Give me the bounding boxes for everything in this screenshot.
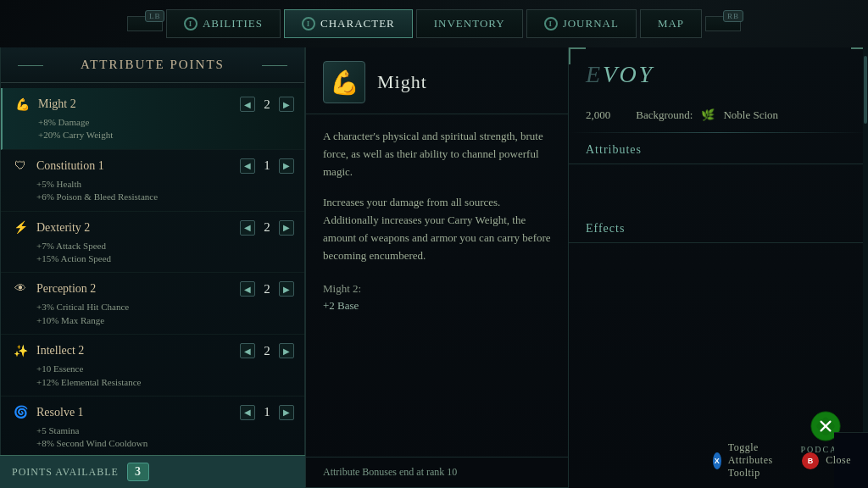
intellect-decrease-btn[interactable]: ◀ — [240, 343, 255, 358]
attribute-might[interactable]: 💪 Might 2 ◀ 2 ▶ +8% Damage +20% Carry We… — [1, 88, 304, 150]
might-bonus-2: +20% Carry Weight — [38, 129, 294, 141]
dexterity-value: 2 — [260, 220, 274, 235]
resolve-name: 🌀 Resolve 1 — [11, 403, 84, 422]
top-navigation: LB i ABILITIES i CHARACTER INVENTORY i J… — [0, 0, 868, 47]
constitution-controls: ◀ 1 ▶ — [240, 158, 294, 174]
gold-display: 2,000 — [586, 108, 610, 122]
tab-map-label: MAP — [658, 17, 684, 30]
might-name-row: 💪 Might 2 ◀ 2 ▶ — [13, 95, 294, 114]
tab-journal[interactable]: i JOURNAL — [526, 9, 637, 38]
rb-indicator: RB — [723, 10, 743, 22]
resolve-label: Resolve 1 — [36, 406, 84, 419]
character-btn-icon: i — [302, 17, 315, 30]
current-level-bonus: +2 Base — [323, 299, 551, 313]
lb-button[interactable]: LB — [127, 16, 163, 31]
intellect-icon: ✨ — [11, 341, 30, 360]
constitution-increase-btn[interactable]: ▶ — [279, 158, 294, 174]
attribute-detail-icon: 💪 — [323, 61, 365, 103]
resolve-controls: ◀ 1 ▶ — [240, 405, 294, 420]
divider-1 — [569, 132, 868, 133]
resolve-name-row: 🌀 Resolve 1 ◀ 1 ▶ — [11, 403, 294, 422]
attribute-resolve[interactable]: 🌀 Resolve 1 ◀ 1 ▶ +5 Stamina +8% Second … — [1, 396, 304, 456]
close-button[interactable]: B Close — [802, 452, 851, 469]
background-icon: 🌿 — [701, 108, 715, 122]
resolve-value: 1 — [260, 405, 274, 419]
journal-btn-icon: i — [544, 17, 558, 30]
perception-name: 👁 Perception 2 — [11, 280, 96, 298]
attribute-detail-name: Might — [377, 71, 427, 93]
intellect-name-row: ✨ Intellect 2 ◀ 2 ▶ — [11, 341, 294, 360]
corner-decoration-tl — [569, 47, 586, 64]
constitution-bonuses: +5% Health +6% Poison & Bleed Resistance — [11, 178, 294, 204]
might-name: 💪 Might 2 — [13, 95, 76, 114]
intellect-bonuses: +10 Essence +12% Elemental Resistance — [11, 363, 294, 389]
constitution-bonus-1: +5% Health — [36, 178, 294, 191]
tab-abilities[interactable]: i ABILITIES — [166, 9, 281, 38]
might-bonuses: +8% Damage +20% Carry Weight — [13, 116, 294, 142]
attribute-detail-panel: 💪 Might A character's physical and spiri… — [305, 47, 568, 488]
constitution-decrease-btn[interactable]: ◀ — [240, 158, 255, 174]
attribute-perception[interactable]: 👁 Perception 2 ◀ 2 ▶ +3% Critical Hit Ch… — [1, 273, 304, 335]
perception-name-row: 👁 Perception 2 ◀ 2 ▶ — [11, 280, 294, 298]
resolve-bonus-1: +5 Stamina — [36, 424, 294, 437]
perception-bonus-1: +3% Critical Hit Chance — [36, 301, 294, 313]
tab-journal-label: JOURNAL — [563, 17, 619, 30]
constitution-name: 🛡 Constitution 1 — [11, 157, 104, 175]
tab-character[interactable]: i CHARACTER — [284, 9, 413, 38]
right-panel: EVOY 2,000 Background: 🌿 Noble Scion Att… — [568, 47, 868, 488]
attribute-description-1: A character's physical and spiritual str… — [323, 128, 551, 180]
character-title: EVOY — [569, 47, 868, 102]
intellect-label: Intellect 2 — [36, 344, 84, 358]
b-button-icon: B — [802, 452, 819, 469]
attribute-bonus-footer: Attribute Bonuses end at rank 10 — [306, 457, 568, 488]
gold-info-row: 2,000 Background: 🌿 Noble Scion — [569, 102, 868, 129]
intellect-bonus-1: +10 Essence — [36, 363, 294, 375]
perception-increase-btn[interactable]: ▶ — [279, 281, 294, 297]
might-label: Might 2 — [38, 97, 76, 111]
constitution-value: 1 — [260, 158, 274, 173]
perception-icon: 👁 — [11, 280, 30, 298]
resolve-decrease-btn[interactable]: ◀ — [240, 405, 255, 420]
dexterity-decrease-btn[interactable]: ◀ — [240, 220, 255, 236]
perception-bonus-2: +10% Max Range — [36, 314, 294, 327]
rb-button[interactable]: RB — [705, 16, 741, 31]
perception-decrease-btn[interactable]: ◀ — [240, 281, 255, 297]
intellect-controls: ◀ 2 ▶ — [240, 343, 294, 358]
tab-inventory-label: INVENTORY — [434, 17, 505, 30]
attribute-constitution[interactable]: 🛡 Constitution 1 ◀ 1 ▶ +5% Health +6% Po… — [1, 150, 304, 212]
might-increase-btn[interactable]: ▶ — [279, 97, 294, 112]
bottom-controls: X Toggle Attributes Tooltip B Close — [834, 432, 868, 488]
abilities-btn-icon: i — [184, 17, 198, 30]
close-label: Close — [826, 454, 851, 467]
attribute-points-header: Attribute Points — [1, 47, 304, 83]
left-panel: Attribute Points 💪 Might 2 ◀ 2 ▶ — [0, 47, 305, 488]
resolve-icon: 🌀 — [11, 403, 30, 422]
dexterity-bonus-1: +7% Attack Speed — [36, 240, 294, 252]
constitution-label: Constitution 1 — [36, 159, 104, 173]
intellect-increase-btn[interactable]: ▶ — [279, 343, 294, 358]
might-decrease-btn[interactable]: ◀ — [240, 97, 255, 112]
intellect-value: 2 — [260, 344, 274, 358]
perception-label: Perception 2 — [36, 282, 96, 296]
dexterity-icon: ⚡ — [11, 219, 30, 237]
current-level-label: Might 2: — [323, 282, 551, 296]
attribute-description-2: Increases your damage from all sources. … — [323, 194, 551, 264]
dexterity-increase-btn[interactable]: ▶ — [279, 220, 294, 236]
might-value: 2 — [260, 97, 274, 112]
points-available-bar: POINTS AVAILABLE 3 — [0, 455, 305, 488]
resolve-increase-btn[interactable]: ▶ — [279, 405, 294, 420]
resolve-bonuses: +5 Stamina +8% Second Wind Cooldown — [11, 424, 294, 451]
attribute-dexterity[interactable]: ⚡ Dexterity 2 ◀ 2 ▶ +7% Attack Speed +15… — [1, 212, 304, 274]
constitution-name-row: 🛡 Constitution 1 ◀ 1 ▶ — [11, 157, 294, 175]
scrollbar[interactable] — [863, 47, 868, 488]
attribute-intellect[interactable]: ✨ Intellect 2 ◀ 2 ▶ +10 Essence +12% Ele… — [1, 335, 304, 396]
dexterity-controls: ◀ 2 ▶ — [240, 220, 294, 236]
might-detail-icon: 💪 — [330, 69, 359, 97]
might-controls: ◀ 2 ▶ — [240, 97, 294, 112]
tab-inventory[interactable]: INVENTORY — [416, 9, 523, 38]
toggle-tooltip-button[interactable]: X Toggle Attributes Tooltip — [713, 441, 782, 480]
tab-abilities-label: ABILITIES — [203, 17, 263, 30]
tab-map[interactable]: MAP — [640, 9, 702, 38]
toggle-tooltip-label: Toggle Attributes Tooltip — [728, 441, 782, 480]
perception-controls: ◀ 2 ▶ — [240, 281, 294, 297]
